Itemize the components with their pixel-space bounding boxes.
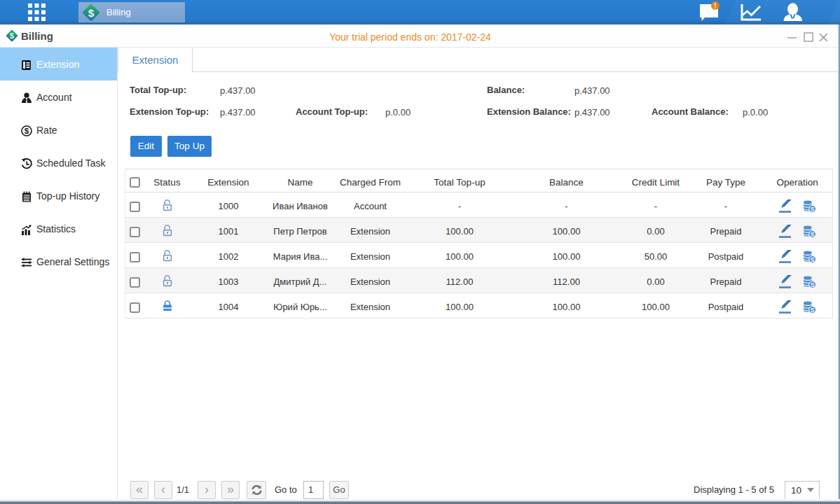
svg-text:$: $ bbox=[88, 6, 95, 18]
svg-text:!: ! bbox=[714, 2, 716, 10]
svg-text:$: $ bbox=[25, 127, 29, 135]
